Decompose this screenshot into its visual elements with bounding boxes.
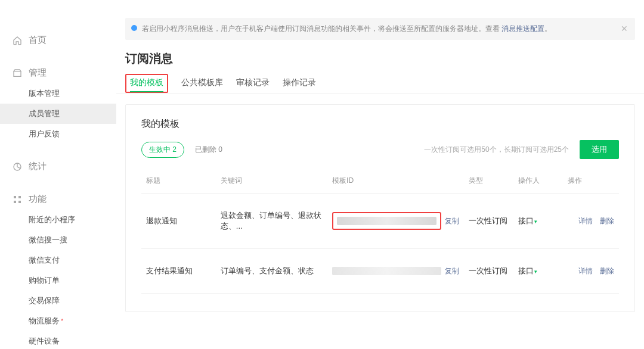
sidebar-item-members[interactable]: 成员管理 [0,104,116,124]
sidebar-home-label: 首页 [29,35,47,46]
tab-operation-log[interactable]: 操作记录 [283,74,316,93]
sidebar-stats-label: 统计 [29,161,47,172]
masked-id [332,267,441,275]
alert-suffix: 。 [544,24,552,33]
filter-deleted[interactable]: 已删除 0 [195,145,222,155]
inbox-icon [12,68,23,79]
col-keywords: 关键词 [216,169,327,194]
sidebar-item-logistics[interactable]: 物流服务* [0,311,116,331]
copy-link[interactable]: 复制 [445,216,459,226]
cell-actions: 详情 删除 [563,249,619,294]
cell-template-id: 复制 [327,249,464,294]
sidebar-manage-label: 管理 [29,67,47,79]
tab-public-library[interactable]: 公共模板库 [181,74,223,93]
grid-icon [12,194,23,205]
masked-id [337,217,436,225]
chevron-down-icon: ▾ [534,219,537,225]
sidebar-manage-head[interactable]: 管理 [0,63,116,83]
svg-rect-4 [18,201,21,203]
col-operator: 操作人 [513,169,563,194]
operator-dropdown[interactable]: 接口▾ [518,216,537,225]
page-title: 订阅消息 [116,51,644,74]
sidebar-features-head[interactable]: 功能 [0,189,116,210]
quota-hint: 一次性订阅可选用50个，长期订阅可选用25个 [424,145,569,155]
col-id: 模板ID [327,169,464,194]
required-dot-icon: * [61,317,63,325]
sidebar-item-version[interactable]: 版本管理 [0,83,116,104]
main-content: 若启用小程序消息推送，用户在手机客户端使用订阅消息功能的相关事件，将会推送至所配… [116,0,644,349]
sidebar-features-items: 附近的小程序 微信搜一搜 微信支付 购物订单 交易保障 物流服务* 硬件设备 客… [0,210,116,349]
filter-active-pill[interactable]: 生效中 2 [141,142,184,158]
alert-text: 若启用小程序消息推送，用户在手机客户端使用订阅消息功能的相关事件，将会推送至所配… [142,24,501,33]
highlight-box [332,212,441,230]
close-icon[interactable]: ✕ [621,24,628,33]
pie-icon [12,161,23,172]
sidebar-item-feedback[interactable]: 用户反馈 [0,124,116,144]
sidebar-home[interactable]: 首页 [0,30,116,51]
tab-bar: 我的模板 公共模板库 审核记录 操作记录 [116,74,644,94]
sidebar-item-trade[interactable]: 交易保障 [0,291,116,311]
cell-type: 一次性订阅 [464,194,513,249]
sidebar-manage-items: 版本管理 成员管理 用户反馈 [0,83,116,144]
template-table: 标题 关键词 模板ID 类型 操作人 操作 退款通知 退款金额、订单编号、退款状… [141,169,619,294]
sidebar-features-label: 功能 [29,194,47,205]
sidebar-item-pay[interactable]: 微信支付 [0,250,116,270]
operator-dropdown[interactable]: 接口▾ [518,266,537,275]
cell-title: 支付结果通知 [141,249,216,294]
sidebar-item-search[interactable]: 微信搜一搜 [0,230,116,250]
cell-operator: 接口▾ [513,194,563,249]
cell-type: 一次性订阅 [464,249,513,294]
cell-operator: 接口▾ [513,249,563,294]
svg-rect-3 [14,201,16,203]
cell-title: 退款通知 [141,194,216,249]
sidebar-item-orders[interactable]: 购物订单 [0,270,116,291]
cell-actions: 详情 删除 [563,194,619,249]
table-row: 支付结果通知 订单编号、支付金额、状态 复制 一次性订阅 接口▾ 详情 [141,249,619,294]
highlight-box: 我的模板 [125,74,168,93]
cell-template-id: 复制 [327,194,464,249]
alert-link[interactable]: 消息推送配置 [501,24,544,33]
chevron-down-icon: ▾ [534,269,537,275]
cell-keywords: 退款金额、订单编号、退款状态、... [216,194,327,249]
detail-link[interactable]: 详情 [578,217,593,225]
detail-link[interactable]: 详情 [578,267,593,275]
sidebar-stats-head[interactable]: 统计 [0,156,116,177]
col-title: 标题 [141,169,216,194]
info-icon [131,25,137,31]
col-type: 类型 [464,169,513,194]
tab-review-log[interactable]: 审核记录 [236,74,270,93]
select-button[interactable]: 选用 [580,140,619,159]
sidebar-item-nearby[interactable]: 附近的小程序 [0,210,116,230]
svg-rect-1 [14,196,16,198]
copy-link[interactable]: 复制 [445,266,459,276]
delete-link[interactable]: 删除 [600,267,614,275]
home-icon [12,35,23,46]
col-action: 操作 [563,169,619,194]
panel-toolbar: 生效中 2 已删除 0 一次性订阅可选用50个，长期订阅可选用25个 选用 [141,140,619,159]
template-panel: 我的模板 生效中 2 已删除 0 一次性订阅可选用50个，长期订阅可选用25个 … [125,104,635,312]
sidebar-item-hardware[interactable]: 硬件设备 [0,331,116,349]
tab-my-templates[interactable]: 我的模板 [130,74,163,92]
cell-keywords: 订单编号、支付金额、状态 [216,249,327,294]
delete-link[interactable]: 删除 [600,217,614,225]
table-row: 退款通知 退款金额、订单编号、退款状态、... 复制 一次性订阅 接口▾ [141,194,619,249]
alert-banner: 若启用小程序消息推送，用户在手机客户端使用订阅消息功能的相关事件，将会推送至所配… [125,18,635,40]
svg-rect-2 [18,196,21,198]
sidebar: 首页 管理 版本管理 成员管理 用户反馈 统计 功能 [0,0,116,349]
panel-title: 我的模板 [141,118,619,130]
